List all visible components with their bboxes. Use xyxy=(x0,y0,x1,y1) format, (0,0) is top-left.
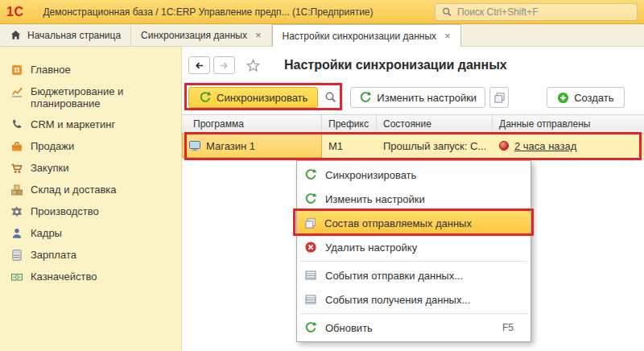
budgeting-icon xyxy=(10,85,23,98)
1c-logo: 1С xyxy=(6,5,23,19)
table-header: Программа Префикс Состояние Данные отпра… xyxy=(182,114,644,134)
menu-item-edit-settings[interactable]: Изменить настройки xyxy=(297,187,530,211)
back-button[interactable] xyxy=(188,56,210,74)
titlebar: 1С Демонстрационная база / 1С:ERP Управл… xyxy=(0,0,644,24)
sidebar-item-production[interactable]: Производство xyxy=(0,201,181,223)
sidebar-item-purchases[interactable]: Закупки xyxy=(0,158,181,180)
star-icon xyxy=(246,59,260,72)
table-row[interactable]: Магазин 1 М1 Прошлый запуск: С... 2 часа… xyxy=(182,134,644,159)
sidebar-item-sales[interactable]: Продажи xyxy=(0,136,181,158)
computer-icon xyxy=(188,139,201,152)
cell-state: Прошлый запуск: С... xyxy=(377,134,493,158)
menu-item-receive-events[interactable]: События получения данных... xyxy=(297,287,530,312)
sidebar-item-salary[interactable]: Зарплата xyxy=(0,245,181,266)
menu-item-refresh[interactable]: Обновить F5 xyxy=(297,316,530,340)
money-icon xyxy=(10,270,23,283)
main-icon xyxy=(10,64,23,76)
menu-item-synchronize[interactable]: Синхронизировать xyxy=(297,163,530,187)
search-icon xyxy=(442,6,452,18)
create-button[interactable]: Создать xyxy=(547,87,624,108)
sidebar-item-budgeting[interactable]: Бюджетирование и планирование xyxy=(0,81,181,114)
person-icon xyxy=(10,227,23,240)
events-icon xyxy=(304,293,317,306)
menu-item-delete-setting[interactable]: Удалить настройку xyxy=(297,235,530,259)
close-icon[interactable]: × xyxy=(255,30,262,40)
search-icon xyxy=(324,91,337,104)
boxes-icon xyxy=(10,184,23,196)
sections-panel: Главное Бюджетирование и планирование CR… xyxy=(0,47,182,351)
refresh-icon xyxy=(304,321,317,334)
column-header-program[interactable]: Программа xyxy=(182,115,322,133)
window-title: Демонстрационная база / 1С:ERP Управлени… xyxy=(43,6,373,18)
column-header-state[interactable]: Состояние xyxy=(377,115,493,133)
tab-home[interactable]: Начальная страница xyxy=(0,24,131,46)
sync-icon xyxy=(304,168,317,181)
tab-data-sync[interactable]: Синхронизация данных × xyxy=(131,24,271,46)
cell-prefix: М1 xyxy=(322,134,377,158)
gear-icon xyxy=(10,205,23,218)
sync-settings-table: Программа Префикс Состояние Данные отпра… xyxy=(182,114,644,159)
windows-icon xyxy=(304,217,316,229)
delete-icon xyxy=(304,241,317,254)
arrow-left-icon xyxy=(193,60,205,72)
briefcase-icon xyxy=(10,140,23,153)
column-header-prefix[interactable]: Префикс xyxy=(322,115,377,133)
data-composition-button[interactable] xyxy=(489,87,509,108)
cell-data-sent: 2 часа назад xyxy=(493,134,644,158)
search-in-list-button[interactable] xyxy=(320,87,341,108)
synchronize-button[interactable]: Синхронизировать xyxy=(188,87,318,108)
sidebar-item-crm[interactable]: CRM и маркетинг xyxy=(0,114,181,136)
menu-separator xyxy=(300,313,527,314)
menu-item-send-events[interactable]: События отправки данных... xyxy=(297,263,530,287)
sync-icon xyxy=(199,91,212,104)
sidebar-item-main[interactable]: Главное xyxy=(0,60,181,81)
column-header-data-sent[interactable]: Данные отправлены xyxy=(493,115,644,133)
calculator-icon xyxy=(10,249,23,262)
phone-icon xyxy=(10,118,23,131)
windows-icon xyxy=(493,92,506,104)
global-search[interactable] xyxy=(435,3,638,21)
status-red-icon xyxy=(499,141,509,151)
favorites-star-button[interactable] xyxy=(246,59,260,72)
main-menu-button[interactable] xyxy=(23,5,43,19)
forward-button[interactable] xyxy=(213,56,235,74)
menu-item-sent-data-composition[interactable]: Состав отправляемых данных xyxy=(297,211,530,235)
home-icon xyxy=(10,29,22,41)
close-icon[interactable]: × xyxy=(444,31,451,41)
sync-settings-icon xyxy=(304,192,317,205)
cart-icon xyxy=(10,162,23,175)
shortcut-label: F5 xyxy=(502,322,523,333)
cell-program[interactable]: Магазин 1 xyxy=(182,134,322,158)
page-header: Настройки синхронизации данных xyxy=(182,47,644,84)
edit-settings-button[interactable]: Изменить настройки xyxy=(350,87,485,108)
main-panel: Настройки синхронизации данных Синхрониз… xyxy=(182,47,644,351)
tab-sync-settings[interactable]: Настройки синхронизации данных × xyxy=(272,24,461,47)
events-icon xyxy=(304,269,317,282)
menu-separator xyxy=(300,261,527,262)
search-input[interactable] xyxy=(457,6,630,18)
toolbar: Синхронизировать Изменить настройки Созд… xyxy=(182,84,644,111)
sidebar-item-warehouse[interactable]: Склад и доставка xyxy=(0,180,181,201)
arrow-right-icon xyxy=(218,60,230,72)
tabbar: Начальная страница Синхронизация данных … xyxy=(0,24,644,47)
sidebar-item-hr[interactable]: Кадры xyxy=(0,223,181,245)
plus-icon xyxy=(557,92,569,104)
sent-data-link[interactable]: 2 часа назад xyxy=(514,140,576,152)
page-title: Настройки синхронизации данных xyxy=(284,58,507,72)
sidebar-item-treasury[interactable]: Казначейство xyxy=(0,266,181,288)
context-menu: Синхронизировать Изменить настройки Сост… xyxy=(296,160,531,342)
sync-settings-icon xyxy=(359,91,372,104)
